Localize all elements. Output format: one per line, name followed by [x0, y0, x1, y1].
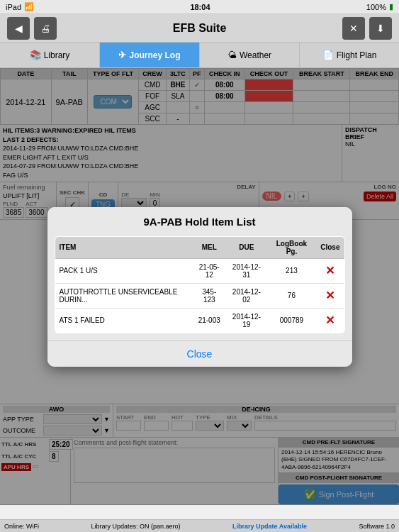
modal-close-button[interactable]: Close — [47, 340, 352, 367]
status-left: iPad 📶 — [6, 2, 34, 11]
modal-table: ITEM MEL DUE LogBook Pg. Close PACK 1 U/… — [55, 236, 345, 333]
tab-journey-label: Journey Log — [129, 50, 180, 60]
battery-icon: ▮ — [389, 2, 393, 11]
wifi-icon: 📶 — [24, 2, 34, 11]
weather-icon: 🌤 — [227, 50, 237, 60]
mel-1: 21-05-12 — [192, 258, 226, 283]
back-button[interactable]: ◀ — [7, 17, 30, 40]
software-version: Software 1.0 — [359, 523, 395, 530]
logbook-2: 76 — [267, 283, 317, 308]
close-button[interactable]: ✕ — [342, 17, 365, 40]
logbook-3: 000789 — [267, 308, 317, 333]
status-time: 18:04 — [190, 3, 210, 11]
due-2: 2014-12-02 — [226, 283, 266, 308]
main-content: DATE TAIL TYPE OF FLT CREW 3LTC PF CHECK… — [0, 68, 399, 505]
modal-row-1: PACK 1 U/S 21-05-12 2014-12-31 213 ✕ — [55, 258, 344, 283]
logbook-header: LogBook Pg. — [267, 236, 317, 258]
modal-row-2: AUTOTHROTTLE UNSERVICEABLE DURIN... 345-… — [55, 283, 344, 308]
modal-overlay: 9A-PAB Hold Item List ITEM MEL DUE LogBo… — [0, 68, 399, 505]
item-1: PACK 1 U/S — [55, 258, 192, 283]
item-header: ITEM — [55, 236, 192, 258]
item-3: ATS 1 FAILED — [55, 308, 192, 333]
download-button[interactable]: ⬇ — [369, 17, 392, 40]
tab-weather-label: Weather — [240, 50, 271, 60]
item-2: AUTOTHROTTLE UNSERVICEABLE DURIN... — [55, 283, 192, 308]
status-right: 100% ▮ — [366, 2, 393, 11]
due-3: 2014-12-19 — [226, 308, 266, 333]
journey-icon: ✈ — [118, 50, 126, 60]
library-update-available[interactable]: Library Update Available — [232, 523, 307, 530]
mel-header: MEL — [192, 236, 226, 258]
due-header: DUE — [226, 236, 266, 258]
tab-library-label: Library — [44, 50, 70, 60]
close-2[interactable]: ✕ — [316, 283, 344, 308]
mel-2: 345-123 — [192, 283, 226, 308]
footer: Online: WiFi Library Updates: ON (pan.ae… — [0, 519, 399, 532]
tab-bar: 📚 Library ✈ Journey Log 🌤 Weather 📄 Flig… — [0, 43, 399, 68]
tab-flight-plan[interactable]: 📄 Flight Plan — [300, 43, 399, 67]
print-button[interactable]: 🖨 — [34, 17, 57, 40]
close-1[interactable]: ✕ — [316, 258, 344, 283]
due-1: 2014-12-31 — [226, 258, 266, 283]
tab-flightplan-label: Flight Plan — [337, 50, 377, 60]
app-title: EFB Suite — [106, 22, 293, 35]
tab-library[interactable]: 📚 Library — [0, 43, 100, 67]
library-icon: 📚 — [30, 50, 41, 60]
modal-table-wrapper: ITEM MEL DUE LogBook Pg. Close PACK 1 U/… — [47, 236, 352, 333]
modal-title: 9A-PAB Hold Item List — [47, 207, 352, 236]
status-bar: iPad 📶 18:04 100% ▮ — [0, 0, 399, 14]
modal-row-3: ATS 1 FAILED 21-003 2014-12-19 000789 ✕ — [55, 308, 344, 333]
close-3[interactable]: ✕ — [316, 308, 344, 333]
tab-weather[interactable]: 🌤 Weather — [200, 43, 300, 67]
online-status: Online: WiFi — [4, 523, 39, 530]
modal-box: 9A-PAB Hold Item List ITEM MEL DUE LogBo… — [47, 207, 352, 367]
modal-spacer — [47, 333, 352, 340]
library-updates: Library Updates: ON (pan.aero) — [91, 523, 181, 530]
mel-3: 21-003 — [192, 308, 226, 333]
close-header: Close — [316, 236, 344, 258]
battery-label: 100% — [366, 3, 386, 11]
flightplan-icon: 📄 — [322, 50, 334, 60]
title-bar: ◀ 🖨 EFB Suite ✕ ⬇ — [0, 14, 399, 43]
tab-journey-log[interactable]: ✈ Journey Log — [100, 43, 200, 67]
ipad-label: iPad — [6, 3, 21, 11]
logbook-1: 213 — [267, 258, 317, 283]
